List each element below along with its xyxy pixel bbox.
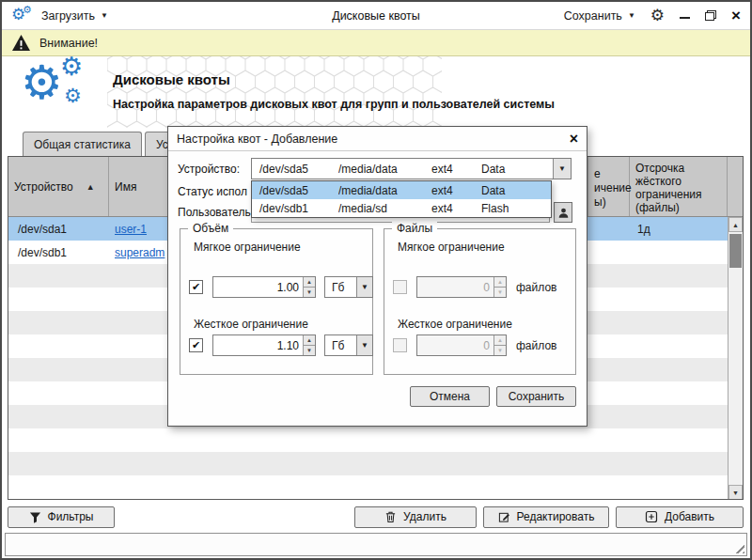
save-menu-button[interactable]: Сохранить ▼ [564, 9, 635, 23]
spin-down-icon: ▼ [494, 346, 506, 355]
save-button[interactable]: Сохранить [496, 386, 576, 407]
user-picker-button[interactable] [554, 202, 572, 223]
app-window: ⚙ ⚙ Загрузить ▼ Дисковые квоты Сохранить… [0, 0, 752, 560]
sort-ascending-icon: ▲ [86, 182, 95, 192]
files-group-legend: Файлы [392, 222, 437, 235]
volume-soft-unit-combobox[interactable]: Гб ▼ [324, 276, 373, 298]
tab-general-statistics[interactable]: Общая статистика [23, 132, 142, 156]
spin-down-icon[interactable]: ▼ [304, 346, 315, 355]
filter-icon [29, 511, 41, 523]
plus-icon [645, 510, 658, 523]
files-hard-limit-input[interactable] [417, 335, 494, 355]
spin-up-icon: ▲ [494, 335, 506, 346]
volume-hard-unit-combobox[interactable]: Гб ▼ [324, 334, 373, 356]
combobox-arrow-icon[interactable]: ▼ [356, 335, 372, 355]
resize-grip[interactable] [732, 541, 744, 553]
volume-soft-limit-checkbox[interactable]: ✔ [189, 280, 203, 294]
cell-device: /dev/sda1 [8, 223, 109, 236]
close-window-button[interactable]: × [731, 8, 741, 23]
warning-triangle-icon [11, 34, 31, 52]
files-group: Файлы Мягкое ограничение ▲ ▼ файлов Жест… [384, 228, 576, 375]
filters-button[interactable]: Фильтры [8, 506, 115, 528]
files-soft-limit-label: Мягкое ограничение [398, 241, 505, 254]
app-gears-icon: ⚙ ⚙ [11, 6, 34, 26]
files-soft-limit-spinbox: ▲ ▼ [416, 276, 507, 298]
device-dropdown-list: /dev/sda5 /media/data ext4 Data /dev/sdb… [251, 180, 552, 218]
dropdown-option-selected[interactable]: /dev/sda5 /media/data ext4 Data [252, 181, 551, 199]
scrollbar-thumb[interactable] [729, 234, 742, 268]
dropdown-option[interactable]: /dev/sdb1 /media/sd ext4 Flash [252, 199, 551, 217]
disk-quota-gears-icon: ⚙ ⚙ ⚙ [21, 60, 111, 124]
volume-soft-limit-spinbox: ▲ ▼ [212, 276, 316, 298]
save-menu-label: Сохранить [564, 9, 622, 23]
cell-deferral: 1д [631, 223, 728, 236]
dialog-title: Настройка квот - Добавление [177, 132, 337, 146]
volume-soft-limit-label: Мягкое ограничение [194, 241, 301, 254]
dialog-close-icon[interactable]: × [570, 132, 578, 146]
warning-text: Внимание! [39, 37, 98, 50]
edit-pencil-icon [498, 511, 510, 523]
column-header-device[interactable]: Устройство ▲ [8, 157, 109, 216]
trash-icon [384, 510, 397, 523]
files-soft-limit-checkbox[interactable] [393, 280, 407, 294]
spin-up-icon: ▲ [494, 277, 506, 288]
edit-button[interactable]: Редактировать [483, 506, 609, 528]
user-icon [557, 207, 570, 219]
caret-down-icon: ▼ [628, 11, 635, 20]
scroll-up-button[interactable]: ▲ [728, 217, 743, 232]
load-menu-button[interactable]: Загрузить ▼ [41, 9, 108, 23]
page-subtitle: Настройка параметров дисковых квот для г… [113, 98, 555, 111]
vertical-scrollbar[interactable]: ▲ ▼ [728, 217, 743, 500]
caret-down-icon: ▼ [101, 11, 108, 20]
scroll-down-button[interactable]: ▼ [728, 485, 743, 500]
status-label: Статус испол [178, 185, 247, 198]
combobox-arrow-icon[interactable]: ▼ [356, 277, 372, 297]
volume-hard-limit-input[interactable] [213, 335, 303, 355]
spin-up-icon[interactable]: ▲ [304, 277, 315, 288]
spin-down-icon: ▼ [494, 288, 506, 297]
volume-hard-limit-spinbox: ▲ ▼ [212, 334, 316, 356]
cell-device: /dev/sdb1 [8, 246, 109, 259]
quota-add-dialog: Настройка квот - Добавление × Устройство… [167, 126, 588, 427]
column-header-name[interactable]: Имя [109, 157, 175, 216]
page-title: Дисковые квоты [113, 71, 555, 87]
device-label: Устройство: [178, 163, 240, 176]
volume-soft-limit-input[interactable] [213, 277, 303, 297]
files-soft-suffix: файлов [516, 281, 556, 294]
spin-up-icon[interactable]: ▲ [304, 335, 315, 346]
window-title: Дисковые квоты [332, 9, 420, 23]
volume-group: Объём Мягкое ограничение ✔ ▲ ▼ Гб ▼ Жест… [180, 228, 373, 375]
volume-hard-limit-label: Жесткое ограничение [194, 318, 308, 331]
files-hard-limit-spinbox: ▲ ▼ [416, 334, 507, 356]
device-combobox[interactable]: /dev/sda5 /media/data ext4 Data ▼ [251, 158, 572, 179]
status-bar [5, 533, 747, 556]
user-label: Пользователь [178, 206, 251, 219]
maximize-button[interactable] [705, 10, 716, 21]
volume-group-legend: Объём [188, 222, 233, 235]
spin-down-icon[interactable]: ▼ [304, 288, 315, 297]
files-hard-limit-label: Жесткое ограничение [398, 318, 512, 331]
user-link[interactable]: superadm [115, 246, 164, 259]
combobox-arrow-icon[interactable]: ▼ [553, 159, 571, 179]
add-button[interactable]: Добавить [616, 506, 744, 528]
dialog-titlebar: Настройка квот - Добавление × [168, 127, 587, 151]
load-menu-label: Загрузить [41, 9, 95, 23]
cancel-button[interactable]: Отмена [410, 386, 490, 407]
files-hard-limit-checkbox[interactable] [393, 338, 407, 352]
column-header-hard-limit-deferral[interactable]: Отсрочка жёсткого ограничения (файлы) [630, 157, 728, 216]
action-bar: Фильтры Удалить Редактировать [8, 506, 744, 528]
delete-button[interactable]: Удалить [354, 506, 477, 528]
user-link[interactable]: user-1 [115, 223, 147, 236]
settings-gear-icon[interactable]: ⚙ [650, 7, 665, 25]
volume-hard-limit-checkbox[interactable]: ✔ [189, 338, 203, 352]
files-soft-limit-input[interactable] [417, 277, 494, 297]
scrollbar-header-cap [728, 157, 743, 216]
column-header-partial[interactable]: е ичение ы) [588, 157, 630, 216]
titlebar: ⚙ ⚙ Загрузить ▼ Дисковые квоты Сохранить… [2, 2, 750, 30]
page-header: ⚙ ⚙ ⚙ Дисковые квоты Настройка параметро… [2, 56, 750, 128]
minimize-button[interactable] [680, 17, 690, 19]
warning-banner: Внимание! [2, 30, 750, 56]
files-hard-suffix: файлов [516, 339, 556, 352]
